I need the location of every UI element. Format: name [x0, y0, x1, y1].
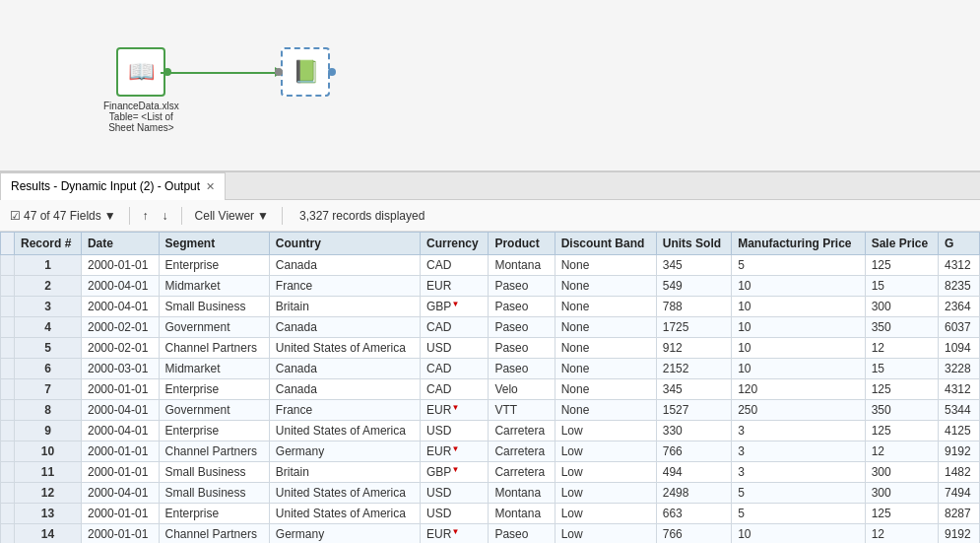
cell-currency: EUR▼ — [421, 441, 489, 462]
table-row[interactable]: 7 2000-01-01 Enterprise Canada CAD Velo … — [1, 379, 980, 400]
records-count: 3,327 records displayed — [299, 209, 425, 223]
table-row[interactable]: 5 2000-02-01 Channel Partners United Sta… — [1, 338, 980, 359]
row-indicator — [1, 255, 15, 276]
table-row[interactable]: 11 2000-01-01 Small Business Britain GBP… — [1, 462, 980, 483]
node-box-2[interactable]: 📗 — [281, 47, 330, 97]
connector-right-2[interactable] — [328, 68, 336, 76]
table-row[interactable]: 1 2000-01-01 Enterprise Canada CAD Monta… — [1, 255, 980, 276]
fields-label: 47 of 47 Fields — [24, 209, 101, 223]
cell-units: 330 — [656, 421, 731, 441]
table-row[interactable]: 12 2000-04-01 Small Business United Stat… — [1, 483, 980, 504]
connector-left-2[interactable] — [275, 68, 283, 76]
row-indicator — [1, 400, 15, 421]
cell-discount: Low — [555, 441, 656, 462]
cell-date: 2000-04-01 — [81, 276, 159, 297]
table-row[interactable]: 4 2000-02-01 Government Canada CAD Paseo… — [1, 317, 980, 338]
cell-gross: 4312 — [939, 255, 980, 276]
table-row[interactable]: 3 2000-04-01 Small Business Britain GBP▼… — [1, 297, 980, 317]
cell-segment: Midmarket — [159, 359, 269, 379]
table-row[interactable]: 8 2000-04-01 Government France EUR▼ VTT … — [1, 400, 980, 421]
sort-desc-icon: ↓ — [163, 209, 168, 223]
viewer-selector[interactable]: Cell Viewer ▼ — [191, 207, 273, 225]
separator-3 — [282, 207, 283, 225]
cell-segment: Government — [159, 317, 269, 338]
cell-country: Germany — [269, 524, 420, 544]
col-mfg-price[interactable]: Manufacturing Price — [732, 233, 866, 255]
cell-date: 2000-04-01 — [81, 400, 159, 421]
cell-discount: None — [555, 379, 656, 400]
table-body: 1 2000-01-01 Enterprise Canada CAD Monta… — [1, 255, 980, 544]
cell-mfg-price: 120 — [732, 379, 866, 400]
cell-record-id: 4 — [15, 317, 82, 338]
sort-asc-icon: ↑ — [143, 209, 149, 223]
checkbox-icon: ☑ — [10, 209, 21, 223]
cell-date: 2000-02-01 — [81, 317, 159, 338]
col-indicator-header — [1, 233, 15, 255]
cell-record-id: 5 — [15, 338, 82, 359]
cell-currency: CAD — [421, 317, 489, 338]
results-tab-title: Results - Dynamic Input (2) - Output — [11, 179, 200, 193]
cell-sale-price: 15 — [865, 276, 938, 297]
cell-segment: Enterprise — [159, 379, 269, 400]
table-row[interactable]: 9 2000-04-01 Enterprise United States of… — [1, 421, 980, 441]
col-segment[interactable]: Segment — [159, 233, 269, 255]
cell-country: Canada — [269, 255, 420, 276]
table-row[interactable]: 6 2000-03-01 Midmarket Canada CAD Paseo … — [1, 359, 980, 379]
col-record[interactable]: Record # — [15, 233, 82, 255]
cell-discount: None — [555, 338, 656, 359]
cell-discount: Low — [555, 462, 656, 483]
node-box-1[interactable]: 📖 — [116, 47, 165, 97]
node-finance-data[interactable]: 📖 FinanceData.xlsxTable= <List ofSheet N… — [103, 47, 179, 133]
cell-sale-price: 300 — [865, 483, 938, 504]
close-tab-button[interactable]: ✕ — [206, 180, 215, 193]
col-discount[interactable]: Discount Band — [555, 233, 656, 255]
results-panel: Results - Dynamic Input (2) - Output ✕ ☑… — [0, 172, 980, 543]
cell-mfg-price: 10 — [732, 359, 866, 379]
results-tab[interactable]: Results - Dynamic Input (2) - Output ✕ — [0, 172, 226, 200]
sort-desc-button[interactable]: ↓ — [159, 207, 172, 225]
col-country[interactable]: Country — [269, 233, 420, 255]
fields-selector[interactable]: ☑ 47 of 47 Fields ▼ — [6, 207, 120, 225]
sort-asc-button[interactable]: ↑ — [139, 207, 153, 225]
cell-units: 766 — [656, 524, 731, 544]
cell-sale-price: 350 — [865, 317, 938, 338]
col-date[interactable]: Date — [81, 233, 159, 255]
cell-units: 663 — [656, 504, 731, 524]
col-currency[interactable]: Currency — [421, 233, 489, 255]
cell-date: 2000-01-01 — [81, 441, 159, 462]
cell-record-id: 1 — [15, 255, 82, 276]
cell-gross: 1094 — [939, 338, 980, 359]
row-indicator — [1, 441, 15, 462]
cell-date: 2000-04-01 — [81, 483, 159, 504]
cell-country: France — [269, 276, 420, 297]
toolbar: ☑ 47 of 47 Fields ▼ ↑ ↓ Cell Viewer ▼ 3,… — [0, 200, 980, 232]
node-dynamic-input[interactable]: 📗 — [281, 47, 330, 97]
cell-units: 788 — [656, 297, 731, 317]
cell-date: 2000-03-01 — [81, 359, 159, 379]
cell-units: 345 — [656, 379, 731, 400]
cell-segment: Channel Partners — [159, 524, 269, 544]
cell-product: Paseo — [489, 276, 555, 297]
table-row[interactable]: 10 2000-01-01 Channel Partners Germany E… — [1, 441, 980, 462]
cell-sale-price: 125 — [865, 504, 938, 524]
cell-segment: Channel Partners — [159, 441, 269, 462]
table-container[interactable]: Record # Date Segment Country Currency P… — [0, 232, 980, 543]
cell-product: VTT — [489, 400, 555, 421]
table-row[interactable]: 2 2000-04-01 Midmarket France EUR Paseo … — [1, 276, 980, 297]
results-tab-bar: Results - Dynamic Input (2) - Output ✕ — [0, 172, 980, 200]
cell-country: Germany — [269, 441, 420, 462]
col-product[interactable]: Product — [489, 233, 555, 255]
separator-1 — [129, 207, 130, 225]
table-row[interactable]: 14 2000-01-01 Channel Partners Germany E… — [1, 524, 980, 544]
cell-units: 494 — [656, 462, 731, 483]
cell-record-id: 10 — [15, 441, 82, 462]
cell-currency: EUR▼ — [421, 524, 489, 544]
row-indicator — [1, 338, 15, 359]
col-gross[interactable]: G — [939, 233, 980, 255]
col-sale-price[interactable]: Sale Price — [865, 233, 938, 255]
col-units[interactable]: Units Sold — [656, 233, 731, 255]
table-row[interactable]: 13 2000-01-01 Enterprise United States o… — [1, 504, 980, 524]
cell-currency: EUR▼ — [421, 400, 489, 421]
cell-mfg-price: 10 — [732, 338, 866, 359]
row-indicator — [1, 504, 15, 524]
